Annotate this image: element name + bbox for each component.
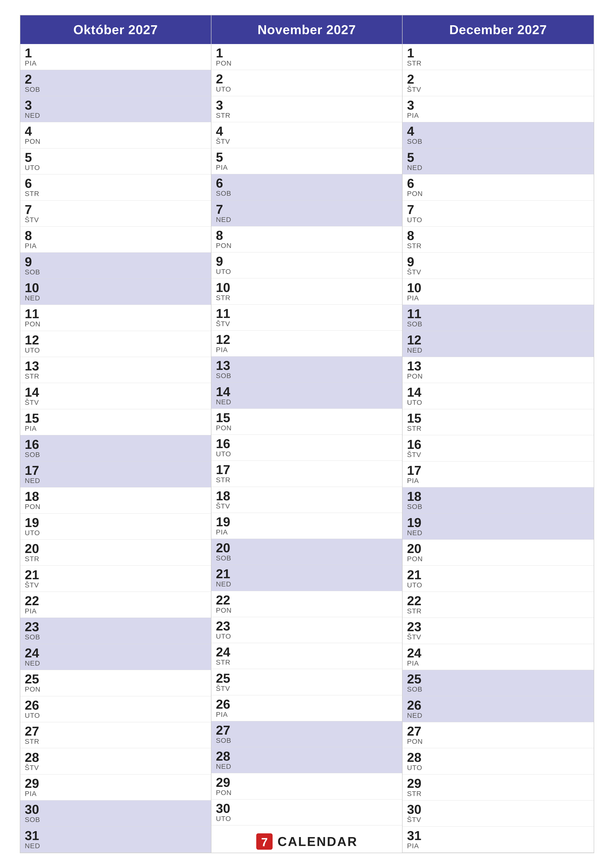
day-number: 5 xyxy=(407,151,422,164)
day-row: 15PON xyxy=(211,409,402,435)
day-number: 28 xyxy=(216,750,231,763)
day-number: 13 xyxy=(25,360,39,372)
day-number: 18 xyxy=(25,490,40,503)
day-name: NED xyxy=(216,398,231,406)
logo-area: 7 CALENDAR xyxy=(256,833,358,850)
day-name: SOB xyxy=(25,451,40,459)
day-number: 6 xyxy=(25,177,39,190)
day-name: PON xyxy=(216,606,232,614)
day-row: 9ŠTV xyxy=(403,253,594,279)
day-number: 6 xyxy=(216,177,231,189)
day-number: 7 xyxy=(25,203,39,216)
day-row: 14NED xyxy=(211,383,402,409)
day-number: 20 xyxy=(25,542,39,555)
day-name: NED xyxy=(25,659,40,667)
day-number: 9 xyxy=(216,255,231,268)
day-name: ŠTV xyxy=(25,398,39,406)
page: Október 20271PIA2SOB3NED4PON5UTO6STR7ŠTV… xyxy=(0,0,614,868)
day-name: PIA xyxy=(216,164,228,172)
day-row: 1PON xyxy=(211,44,402,70)
day-number: 25 xyxy=(216,672,230,685)
day-number: 2 xyxy=(407,73,421,85)
day-number: 28 xyxy=(407,751,422,764)
day-row: 18ŠTV xyxy=(211,487,402,513)
day-number: 3 xyxy=(407,99,419,112)
day-name: ŠTV xyxy=(25,216,39,224)
day-row: 13SOB xyxy=(211,356,402,383)
day-name: NED xyxy=(407,711,422,719)
day-number: 15 xyxy=(407,412,422,425)
day-number: 19 xyxy=(25,516,40,529)
day-number: 26 xyxy=(25,699,40,711)
day-name: PON xyxy=(25,320,40,328)
day-row: 20PON xyxy=(403,539,594,566)
day-row: 19PIA xyxy=(211,513,402,539)
day-row: 8PON xyxy=(211,226,402,253)
day-name: UTO xyxy=(25,346,40,354)
day-number: 22 xyxy=(407,594,422,607)
day-row: 27SOB xyxy=(211,721,402,747)
day-row: 5NED xyxy=(403,149,594,174)
day-name: STR xyxy=(407,59,422,67)
day-name: PIA xyxy=(407,112,419,119)
day-name: SOB xyxy=(407,320,422,328)
day-name: STR xyxy=(216,659,230,666)
day-name: PIA xyxy=(25,242,37,250)
days-container-0: 1PIA2SOB3NED4PON5UTO6STR7ŠTV8PIA9SOB10NE… xyxy=(20,44,211,852)
day-number: 14 xyxy=(216,385,231,398)
day-name: STR xyxy=(25,738,39,746)
day-name: STR xyxy=(407,607,422,615)
day-name: UTO xyxy=(407,216,422,224)
day-row: 2UTO xyxy=(211,70,402,96)
day-name: PON xyxy=(216,789,232,797)
day-number: 19 xyxy=(216,515,230,528)
day-row: 12UTO xyxy=(20,331,211,357)
day-number: 17 xyxy=(216,463,230,476)
day-name: NED xyxy=(216,763,231,770)
day-name: ŠTV xyxy=(407,816,421,824)
day-number: 22 xyxy=(216,594,232,606)
day-name: PIA xyxy=(25,790,39,798)
day-row: 21UTO xyxy=(403,566,594,592)
day-row: 11PON xyxy=(20,305,211,331)
day-number: 9 xyxy=(407,255,421,268)
day-row: 31NED xyxy=(20,827,211,852)
day-number: 12 xyxy=(407,333,422,346)
day-name: SOB xyxy=(25,85,40,93)
day-row: 12PIA xyxy=(211,330,402,356)
day-number: 29 xyxy=(407,777,422,790)
day-row: 22PON xyxy=(211,591,402,617)
day-row: 4SOB xyxy=(403,122,594,148)
day-row: 21NED xyxy=(211,565,402,591)
day-name: SOB xyxy=(216,736,231,744)
day-name: UTO xyxy=(407,398,422,406)
day-name: PON xyxy=(407,372,423,380)
day-row: 26UTO xyxy=(20,696,211,722)
day-row: 11ŠTV xyxy=(211,305,402,330)
day-name: SOB xyxy=(25,633,40,641)
day-name: PIA xyxy=(407,477,421,485)
day-number: 27 xyxy=(216,724,231,736)
day-number: 11 xyxy=(25,307,40,320)
day-name: NED xyxy=(407,164,422,172)
day-name: PIA xyxy=(216,711,230,719)
day-row: 29PON xyxy=(211,773,402,799)
day-number: 12 xyxy=(25,333,40,346)
day-number: 2 xyxy=(216,73,231,85)
day-number: 19 xyxy=(407,516,422,529)
day-row: 19UTO xyxy=(20,514,211,539)
day-name: SOB xyxy=(407,685,422,693)
day-row: 29STR xyxy=(403,775,594,800)
day-name: UTO xyxy=(407,581,422,589)
day-name: ŠTV xyxy=(407,85,421,93)
day-number: 15 xyxy=(25,412,39,425)
day-name: ŠTV xyxy=(407,451,421,459)
day-name: PIA xyxy=(25,425,39,432)
day-row: 18PON xyxy=(20,487,211,513)
day-name: ŠTV xyxy=(216,502,230,510)
day-name: NED xyxy=(25,294,40,302)
day-name: PIA xyxy=(407,294,421,302)
day-number: 17 xyxy=(25,464,40,477)
calendar-logo-icon: 7 xyxy=(256,833,273,850)
day-number: 10 xyxy=(407,281,421,294)
